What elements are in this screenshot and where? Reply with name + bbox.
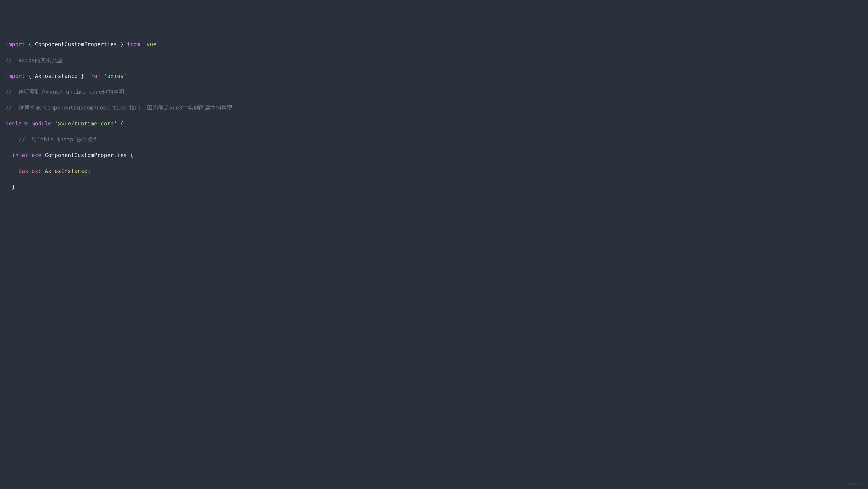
code-line-8: interface ComponentCustomProperties { xyxy=(5,151,863,160)
code-line-4: // 声明要扩充@vue/runtime-core包的声明. xyxy=(5,88,863,96)
space xyxy=(28,120,32,127)
type-ref: AxiosInstance xyxy=(45,168,88,174)
semicolon: ; xyxy=(88,168,91,174)
indent xyxy=(5,136,19,143)
brace: { xyxy=(25,73,35,79)
code-line-5: // 这里扩充"ComponentCustomProperties"接口, 因为… xyxy=(5,104,863,112)
code-line-2: // axios的实例类型 xyxy=(5,56,863,64)
space xyxy=(51,120,55,127)
keyword-module: module xyxy=(32,120,51,127)
identifier: ComponentCustomProperties xyxy=(35,41,117,48)
code-line-7: // 给`this.$http`提供类型 xyxy=(5,136,863,144)
keyword-import: import xyxy=(5,41,25,48)
indent xyxy=(5,168,19,174)
brace: { xyxy=(25,41,35,48)
brace: { xyxy=(130,152,133,159)
comment: // 声明要扩充@vue/runtime-core包的声明. xyxy=(5,89,128,95)
keyword-from: from xyxy=(127,41,140,48)
keyword-from: from xyxy=(88,73,101,79)
space xyxy=(117,120,120,127)
comment: // 给`this.$http`提供类型 xyxy=(19,136,99,143)
watermark: @稀土掘金技术社区 xyxy=(846,483,864,486)
indent xyxy=(5,184,12,190)
indent xyxy=(5,152,12,159)
code-line-6: declare module '@vue/runtime-core' { xyxy=(5,120,863,128)
brace: } xyxy=(12,184,15,190)
brace: } xyxy=(117,41,127,48)
comment: // axios的实例类型 xyxy=(5,57,63,63)
code-line-10: } xyxy=(5,183,863,191)
space xyxy=(101,73,104,79)
identifier: AxiosInstance xyxy=(35,73,78,79)
keyword-declare: declare xyxy=(5,120,28,127)
code-line-1: import { ComponentCustomProperties } fro… xyxy=(5,40,863,49)
string-literal: '@vue/runtime-core' xyxy=(55,120,117,127)
identifier: ComponentCustomProperties xyxy=(45,152,127,159)
code-line-9: $axios: AxiosInstance; xyxy=(5,167,863,175)
string-literal: 'axios' xyxy=(104,73,127,79)
brace: { xyxy=(120,120,124,127)
field-name: $axios xyxy=(19,168,38,174)
brace: } xyxy=(78,73,88,79)
keyword-import: import xyxy=(5,73,25,79)
space xyxy=(127,152,130,159)
comment: // 这里扩充"ComponentCustomProperties"接口, 因为… xyxy=(5,105,236,111)
string-literal: 'vue' xyxy=(143,41,160,48)
code-line-3: import { AxiosInstance } from 'axios' xyxy=(5,72,863,81)
keyword-interface: interface xyxy=(12,152,41,159)
space xyxy=(41,152,45,159)
space xyxy=(140,41,143,48)
colon: : xyxy=(38,168,45,174)
